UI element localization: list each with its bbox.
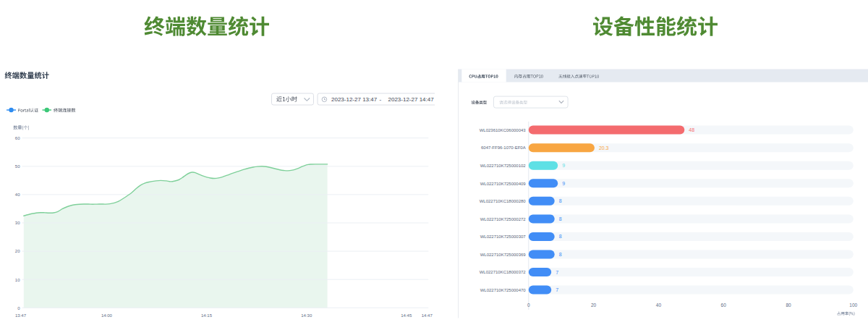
- svg-text:2023-12-27 13:47: 2023-12-27 13:47: [331, 96, 378, 103]
- svg-text:WL022710K725000272: WL022710K725000272: [480, 217, 527, 221]
- svg-text:80: 80: [786, 302, 791, 308]
- svg-text:2023-12-27 14:47: 2023-12-27 14:47: [388, 96, 435, 103]
- svg-text:-: -: [380, 96, 382, 103]
- svg-text:0: 0: [17, 306, 20, 310]
- svg-text:WL022710K725000470: WL022710K725000470: [480, 288, 527, 292]
- svg-text:20.3: 20.3: [599, 145, 609, 151]
- svg-text:48: 48: [689, 127, 694, 132]
- svg-text:14:45: 14:45: [401, 313, 412, 318]
- svg-text:13:47: 13:47: [15, 313, 27, 318]
- svg-text:WL023610KC06000043: WL023610KC06000043: [480, 128, 527, 132]
- svg-text:0: 0: [527, 302, 530, 308]
- svg-text:30: 30: [15, 221, 20, 225]
- svg-text:40: 40: [15, 192, 20, 197]
- svg-text:9: 9: [562, 163, 565, 168]
- svg-text:14:15: 14:15: [201, 313, 213, 318]
- svg-text:8: 8: [559, 234, 562, 239]
- svg-text:14:00: 14:00: [101, 313, 113, 318]
- svg-text:50: 50: [15, 164, 20, 169]
- svg-text:14:30: 14:30: [301, 313, 312, 318]
- svg-text:WL022710K725000369: WL022710K725000369: [480, 253, 527, 257]
- svg-text:7: 7: [556, 287, 558, 292]
- svg-text:60: 60: [721, 302, 727, 308]
- svg-text:10: 10: [15, 278, 20, 282]
- svg-text:20: 20: [591, 302, 597, 308]
- svg-text:100: 100: [849, 302, 857, 308]
- svg-text:WL022710K725000102: WL022710K725000102: [480, 164, 527, 168]
- svg-text:7: 7: [556, 270, 558, 275]
- svg-text:8: 8: [559, 198, 562, 203]
- svg-text:WL022710K725000307: WL022710K725000307: [480, 234, 527, 239]
- svg-text:40: 40: [656, 302, 662, 308]
- svg-text:9: 9: [562, 181, 565, 186]
- svg-text:WL022710KC18000280: WL022710KC18000280: [480, 199, 527, 203]
- svg-text:WL022710K725000409: WL022710K725000409: [480, 182, 527, 186]
- svg-text:20: 20: [15, 249, 20, 253]
- svg-text:60: 60: [15, 136, 20, 140]
- svg-text:6047-FF96-1070-EF0A: 6047-FF96-1070-EF0A: [481, 145, 526, 150]
- svg-text:WL022710KC18000372: WL022710KC18000372: [480, 270, 527, 274]
- svg-text:8: 8: [559, 252, 562, 257]
- svg-text:8: 8: [559, 216, 562, 221]
- svg-text:14:47: 14:47: [422, 313, 433, 318]
